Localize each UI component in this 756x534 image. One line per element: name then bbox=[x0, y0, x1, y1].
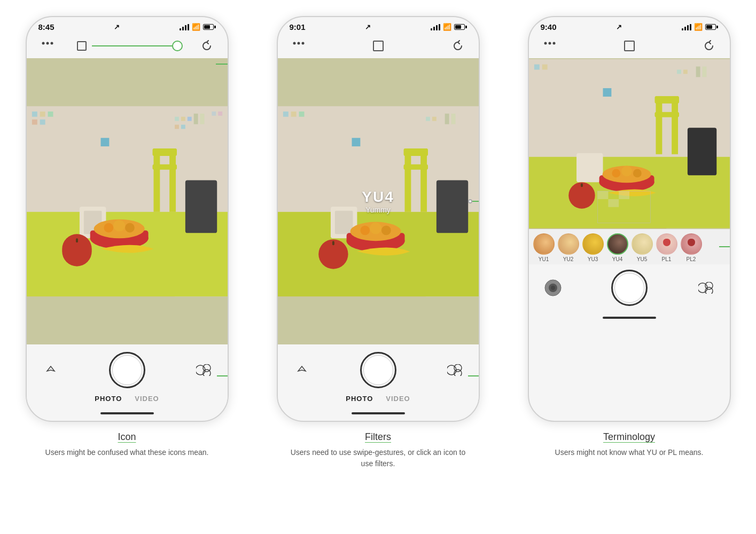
refresh-icon-2[interactable] bbox=[449, 37, 467, 55]
annotation-1: Icon Users might be confused what these … bbox=[45, 431, 209, 458]
filter-pl2[interactable]: PL2 bbox=[681, 233, 702, 262]
wifi-icon-2: 📶 bbox=[443, 23, 451, 31]
svg-rect-56 bbox=[451, 114, 455, 124]
annotation-body-3: Users might not know what YU or PL means… bbox=[555, 447, 704, 458]
home-indicator-2 bbox=[278, 406, 479, 421]
photo-tab-2[interactable]: PHOTO bbox=[346, 395, 373, 403]
wifi-icon-1: 📶 bbox=[192, 23, 200, 31]
shutter-button-3[interactable] bbox=[611, 270, 648, 306]
svg-rect-7 bbox=[169, 148, 176, 212]
svg-rect-13 bbox=[32, 120, 37, 125]
filter-yu1[interactable]: YU1 bbox=[533, 233, 555, 262]
filter-pl1-thumb bbox=[656, 233, 677, 255]
svg-point-64 bbox=[370, 223, 381, 234]
toolbar-1 bbox=[27, 34, 228, 58]
svg-point-42 bbox=[301, 42, 304, 45]
svg-rect-23 bbox=[218, 112, 222, 116]
svg-rect-83 bbox=[542, 65, 547, 70]
status-icons-3: 📶 bbox=[682, 23, 718, 31]
status-icons-2: 📶 bbox=[431, 23, 467, 31]
shutter-row-1 bbox=[35, 350, 219, 390]
toolbar-2 bbox=[278, 34, 479, 58]
menu-icon-2[interactable] bbox=[290, 37, 308, 55]
refresh-icon-3[interactable] bbox=[700, 37, 718, 55]
wifi-icon-3: 📶 bbox=[694, 23, 703, 31]
callout-camera-2 bbox=[468, 196, 479, 207]
menu-icon-3[interactable] bbox=[541, 37, 559, 55]
svg-rect-52 bbox=[299, 112, 304, 117]
svg-point-94 bbox=[621, 166, 632, 177]
home-indicator-1 bbox=[27, 406, 228, 421]
status-icons-1: 📶 bbox=[180, 23, 216, 31]
svg-point-1 bbox=[46, 42, 49, 45]
svg-point-105 bbox=[551, 286, 555, 290]
slider-thumb-1[interactable] bbox=[172, 41, 183, 51]
svg-rect-88 bbox=[603, 88, 611, 97]
home-bar-1 bbox=[100, 412, 154, 414]
chevron-up-icon-1[interactable] bbox=[41, 360, 61, 380]
video-tab-1[interactable]: VIDEO bbox=[135, 395, 159, 403]
svg-rect-18 bbox=[193, 114, 198, 124]
filter-yu3[interactable]: YU3 bbox=[582, 233, 604, 262]
svg-rect-19 bbox=[200, 114, 204, 124]
phone-3-container: 9:40 ↗ 📶 bbox=[515, 16, 744, 458]
svg-rect-6 bbox=[153, 148, 160, 212]
svg-point-63 bbox=[360, 226, 370, 235]
format-slider-1[interactable] bbox=[57, 41, 198, 51]
svg-point-73 bbox=[548, 42, 551, 45]
camera-view-3 bbox=[529, 58, 730, 229]
svg-rect-9 bbox=[152, 164, 177, 170]
annotation-2: Filters Users need to use swipe-gestures… bbox=[287, 431, 469, 469]
filter-pl2-label: PL2 bbox=[687, 256, 696, 262]
photo-tab-1[interactable]: PHOTO bbox=[95, 395, 122, 403]
svg-rect-16 bbox=[181, 117, 185, 121]
svg-rect-81 bbox=[654, 112, 679, 117]
camera-controls-2: PHOTO VIDEO bbox=[278, 344, 479, 406]
svg-point-95 bbox=[633, 169, 641, 177]
svg-rect-102 bbox=[619, 191, 629, 199]
mode-tabs-1: PHOTO VIDEO bbox=[95, 395, 159, 403]
refresh-icon-1[interactable] bbox=[198, 37, 216, 55]
shutter-button-2[interactable] bbox=[360, 352, 396, 388]
svg-rect-15 bbox=[175, 117, 179, 121]
svg-rect-97 bbox=[580, 183, 582, 187]
phone-2: 9:01 ↗ 📶 bbox=[277, 16, 480, 422]
svg-rect-79 bbox=[672, 96, 678, 154]
filter-yu2[interactable]: YU2 bbox=[558, 233, 579, 262]
filter-yu5[interactable]: YU5 bbox=[632, 233, 653, 262]
svg-point-0 bbox=[42, 42, 44, 45]
camera-view-1 bbox=[27, 58, 228, 344]
shutter-button-1[interactable] bbox=[109, 352, 145, 388]
status-bar-2: 9:01 ↗ 📶 bbox=[278, 17, 479, 34]
phones-row: 8:45 ↗ 📶 bbox=[12, 16, 744, 469]
filter-yu2-label: YU2 bbox=[563, 256, 573, 262]
home-bar-2 bbox=[352, 412, 405, 414]
svg-point-40 bbox=[293, 42, 295, 45]
multi-circle-icon-3[interactable] bbox=[696, 278, 716, 298]
filter-yu5-label: YU5 bbox=[637, 256, 647, 262]
callout-controls-1 bbox=[217, 371, 229, 381]
filter-pl1[interactable]: PL1 bbox=[656, 233, 677, 262]
status-bar-3: 9:40 ↗ 📶 bbox=[529, 17, 730, 34]
svg-rect-24 bbox=[100, 138, 109, 146]
svg-rect-68 bbox=[436, 180, 467, 233]
film-icon-3[interactable] bbox=[543, 278, 563, 298]
video-tab-2[interactable]: VIDEO bbox=[386, 395, 410, 403]
menu-icon-1[interactable] bbox=[38, 37, 57, 55]
filter-yu4[interactable]: YU4 bbox=[607, 233, 628, 262]
svg-rect-14 bbox=[40, 120, 45, 125]
multi-circle-icon-1[interactable] bbox=[193, 360, 214, 380]
chevron-up-icon-2[interactable] bbox=[292, 360, 312, 380]
slider-track-1[interactable] bbox=[92, 45, 177, 46]
filter-yu3-label: YU3 bbox=[588, 256, 598, 262]
filter-strip-3: YU1 YU2 YU3 YU4 bbox=[529, 229, 730, 264]
svg-point-65 bbox=[381, 226, 391, 235]
svg-rect-59 bbox=[334, 211, 353, 234]
svg-point-93 bbox=[612, 169, 620, 177]
time-1: 8:45 bbox=[38, 22, 54, 32]
svg-point-72 bbox=[544, 42, 547, 45]
svg-point-32 bbox=[125, 223, 135, 233]
camera-view-2: YU4 Yummy bbox=[278, 58, 479, 344]
multi-circle-icon-2[interactable] bbox=[445, 360, 465, 380]
svg-point-2 bbox=[50, 42, 53, 45]
